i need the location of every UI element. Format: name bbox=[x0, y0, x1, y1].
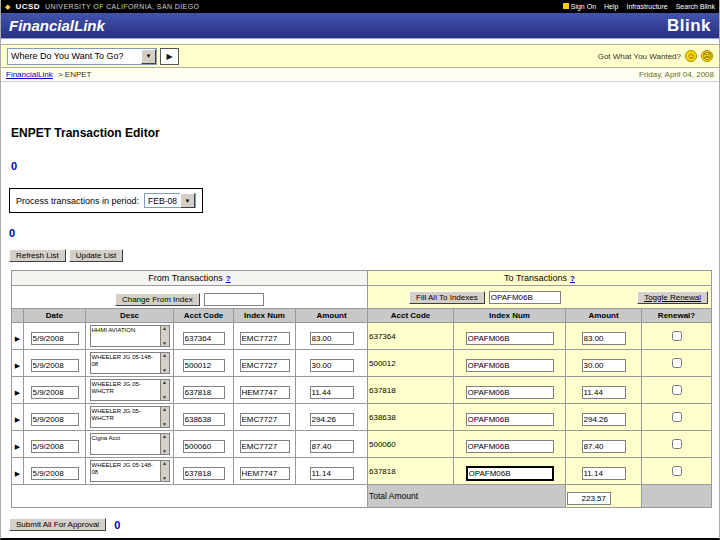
where-to-go-select[interactable]: Where Do You Want To Go? ▼ bbox=[7, 48, 157, 65]
index-num-input[interactable] bbox=[240, 467, 290, 480]
from-index-input[interactable] bbox=[204, 293, 264, 306]
row-marker-cell[interactable]: ▶ bbox=[12, 350, 24, 377]
amount-input[interactable] bbox=[310, 359, 354, 372]
desc-listbox[interactable]: WHEELER JG 05-WHCTR ▲ ▼ bbox=[90, 379, 170, 401]
to-amount-input[interactable] bbox=[582, 467, 626, 480]
desc-scrollbar[interactable]: ▲ ▼ bbox=[160, 434, 169, 454]
amount-input[interactable] bbox=[310, 332, 354, 345]
scroll-up-icon[interactable]: ▲ bbox=[161, 407, 169, 412]
index-num-cell bbox=[234, 350, 296, 377]
row-marker-cell[interactable]: ▶ bbox=[12, 458, 24, 485]
desc-listbox[interactable]: Cigna Acct ▲ ▼ bbox=[90, 433, 170, 455]
row-marker-icon: ▶ bbox=[15, 389, 20, 396]
desc-listbox[interactable]: WHEELER JG 05-148-08 ▲ ▼ bbox=[90, 352, 170, 374]
renewal-checkbox[interactable] bbox=[672, 466, 682, 476]
toggle-renewal-button[interactable]: Toggle Renewal bbox=[637, 291, 708, 304]
to-index-input[interactable] bbox=[466, 386, 554, 399]
breadcrumb-home-link[interactable]: FinancialLink bbox=[6, 70, 53, 79]
scroll-up-icon[interactable]: ▲ bbox=[161, 326, 169, 331]
period-select[interactable]: FEB-08 ▼ bbox=[144, 193, 196, 208]
date-input[interactable] bbox=[31, 386, 79, 399]
to-amount-input[interactable] bbox=[582, 332, 626, 345]
go-button[interactable]: ▶ bbox=[160, 48, 179, 65]
amount-input[interactable] bbox=[310, 440, 354, 453]
date-input[interactable] bbox=[31, 332, 79, 345]
to-help-icon[interactable]: ? bbox=[570, 274, 575, 283]
acct-code-input[interactable] bbox=[183, 332, 225, 345]
acct-code-cell bbox=[174, 458, 234, 485]
refresh-list-button[interactable]: Refresh List bbox=[9, 249, 66, 262]
acct-code-input[interactable] bbox=[183, 386, 225, 399]
acct-code-input[interactable] bbox=[183, 440, 225, 453]
to-amount-input[interactable] bbox=[582, 386, 626, 399]
submit-all-for-approval-button[interactable]: Submit All For Approval bbox=[9, 518, 106, 531]
infrastructure-link[interactable]: Infrastructure bbox=[626, 3, 667, 10]
acct-code-input[interactable] bbox=[183, 413, 225, 426]
row-marker-cell[interactable]: ▶ bbox=[12, 431, 24, 458]
row-marker-cell[interactable]: ▶ bbox=[12, 404, 24, 431]
to-index-input[interactable] bbox=[466, 440, 554, 453]
renewal-checkbox[interactable] bbox=[672, 412, 682, 422]
fill-all-to-indexes-button[interactable]: Fill All To Indexes bbox=[409, 291, 485, 304]
date-input[interactable] bbox=[31, 413, 79, 426]
to-acct-code: 637818 bbox=[368, 458, 454, 485]
to-amount-input[interactable] bbox=[582, 440, 626, 453]
blink-logo[interactable]: Blink bbox=[667, 16, 711, 36]
renewal-checkbox[interactable] bbox=[672, 385, 682, 395]
desc-listbox[interactable]: HHMI AVIATION ▲ ▼ bbox=[90, 325, 170, 347]
from-help-icon[interactable]: ? bbox=[226, 274, 231, 283]
scroll-down-icon[interactable]: ▼ bbox=[161, 449, 169, 454]
total-tail-cell bbox=[642, 485, 712, 508]
row-marker-cell[interactable]: ▶ bbox=[12, 323, 24, 350]
renewal-checkbox[interactable] bbox=[672, 331, 682, 341]
index-num-input[interactable] bbox=[240, 359, 290, 372]
desc-scrollbar[interactable]: ▲ ▼ bbox=[160, 326, 169, 346]
index-num-input[interactable] bbox=[240, 440, 290, 453]
update-list-button[interactable]: Update List bbox=[69, 249, 123, 262]
desc-listbox[interactable]: WHEELER JG 05-148-08 ▲ ▼ bbox=[90, 460, 170, 482]
amount-input[interactable] bbox=[310, 386, 354, 399]
index-num-input[interactable] bbox=[240, 332, 290, 345]
scroll-up-icon[interactable]: ▲ bbox=[161, 461, 169, 466]
scroll-down-icon[interactable]: ▼ bbox=[161, 476, 169, 481]
amount-input[interactable] bbox=[310, 467, 354, 480]
date-input[interactable] bbox=[31, 467, 79, 480]
scroll-up-icon[interactable]: ▲ bbox=[161, 380, 169, 385]
scroll-down-icon[interactable]: ▼ bbox=[161, 368, 169, 373]
date-input[interactable] bbox=[31, 359, 79, 372]
to-index-input[interactable] bbox=[466, 332, 554, 345]
to-amount-input[interactable] bbox=[582, 413, 626, 426]
ucsd-logo[interactable]: UCSD bbox=[15, 2, 40, 11]
to-index-input[interactable] bbox=[466, 413, 554, 426]
amount-input[interactable] bbox=[310, 413, 354, 426]
index-num-input[interactable] bbox=[240, 386, 290, 399]
scroll-down-icon[interactable]: ▼ bbox=[161, 341, 169, 346]
date-input[interactable] bbox=[31, 440, 79, 453]
renewal-checkbox[interactable] bbox=[672, 439, 682, 449]
sad-face-icon[interactable]: ☹ bbox=[701, 50, 713, 62]
acct-code-input[interactable] bbox=[183, 467, 225, 480]
happy-face-icon[interactable]: ☺ bbox=[685, 50, 697, 62]
help-link[interactable]: Help bbox=[604, 3, 618, 10]
desc-scrollbar[interactable]: ▲ ▼ bbox=[160, 380, 169, 400]
scroll-down-icon[interactable]: ▼ bbox=[161, 395, 169, 400]
sign-on-link[interactable]: Sign On bbox=[563, 3, 596, 10]
scroll-up-icon[interactable]: ▲ bbox=[161, 353, 169, 358]
desc-scrollbar[interactable]: ▲ ▼ bbox=[160, 407, 169, 427]
desc-listbox[interactable]: WHEELER JG 05-WHCTR ▲ ▼ bbox=[90, 406, 170, 428]
acct-code-input[interactable] bbox=[183, 359, 225, 372]
to-index-input[interactable] bbox=[466, 466, 554, 481]
row-marker-cell[interactable]: ▶ bbox=[12, 377, 24, 404]
scroll-down-icon[interactable]: ▼ bbox=[161, 422, 169, 427]
to-index-input[interactable] bbox=[466, 359, 554, 372]
desc-scrollbar[interactable]: ▲ ▼ bbox=[160, 353, 169, 373]
fill-index-input[interactable] bbox=[489, 291, 561, 304]
index-num-input[interactable] bbox=[240, 413, 290, 426]
scroll-up-icon[interactable]: ▲ bbox=[161, 434, 169, 439]
renewal-checkbox[interactable] bbox=[672, 358, 682, 368]
search-blink-link[interactable]: Search Blink bbox=[676, 3, 715, 10]
to-amount-input[interactable] bbox=[582, 359, 626, 372]
change-from-index-button[interactable]: Change From Index bbox=[115, 293, 200, 306]
desc-scrollbar[interactable]: ▲ ▼ bbox=[160, 461, 169, 481]
to-amount-cell bbox=[566, 404, 642, 431]
